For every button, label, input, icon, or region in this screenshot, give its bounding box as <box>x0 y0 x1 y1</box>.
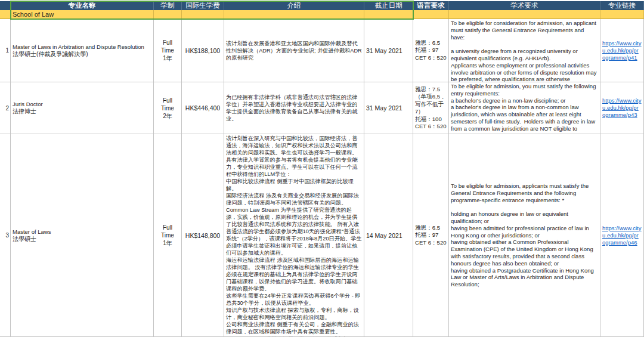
section-cell[interactable] <box>224 10 364 19</box>
row-number[interactable]: 3 <box>0 134 11 337</box>
program-name-en: Master of Laws in Arbitration and Disput… <box>13 44 151 51</box>
cell-deadline[interactable]: 14 May 2021 <box>364 134 413 337</box>
cell-program-name[interactable]: Juris Doctor 法律博士 <box>11 82 154 134</box>
cell-academic[interactable]: To be eligible for admission, applicants… <box>449 134 600 337</box>
col-header-program-name[interactable]: 专业名称 <box>11 1 154 10</box>
section-number-cell[interactable] <box>0 10 11 19</box>
table-row: 2 Juris Doctor 法律博士 Full Time 2年 HK$446,… <box>0 82 644 134</box>
section-cell[interactable] <box>600 10 644 19</box>
col-header-deadline[interactable]: 截止日期 <box>364 1 413 10</box>
cell-deadline[interactable]: 31 May 2021 <box>364 82 413 134</box>
col-header-link[interactable]: 专业链接 <box>600 1 644 10</box>
program-link[interactable]: https://www.cityu.edu.hk/pg/programme/p4… <box>602 225 642 246</box>
cell-intro[interactable]: 该计划旨在深入研究与中国和比较法，国际经济法，普通法，海洋运输法，知识产权和技术… <box>224 134 364 337</box>
col-header-intro[interactable]: 介绍 <box>224 1 364 10</box>
section-row: School of Law <box>0 10 644 19</box>
col-header-duration[interactable]: 学制 <box>154 1 182 10</box>
cell-link: https://www.cityu.edu.hk/pg/programme/p4… <box>600 134 644 337</box>
col-header-academic[interactable]: 学术要求 <box>449 1 600 10</box>
cell-tuition[interactable]: HK$188,100 <box>182 19 224 82</box>
row-number[interactable]: 2 <box>0 82 11 134</box>
cell-program-name[interactable]: Master of Laws in Arbitration and Disput… <box>11 19 154 82</box>
cell-tuition[interactable]: HK$148,800 <box>182 134 224 337</box>
section-cell[interactable] <box>154 10 182 19</box>
cell-duration[interactable]: Full Time 2年 <box>154 82 182 134</box>
col-header-tuition[interactable]: 国际生学费 <box>182 1 224 10</box>
cell-tuition[interactable]: HK$446,400 <box>182 82 224 134</box>
cell-program-name[interactable]: Master of Laws 法學碩士 <box>11 134 154 337</box>
cell-duration[interactable]: Full Time 1年 <box>154 19 182 82</box>
section-cell[interactable] <box>413 10 449 19</box>
cell-academic[interactable]: To be eligible for admission, you must s… <box>449 82 600 134</box>
program-name-en: Master of Laws <box>13 228 151 236</box>
table-header-row: 专业名称 学制 国际生学费 介绍 截止日期 语言要求 学术要求 专业链接 <box>0 1 644 10</box>
program-link[interactable]: https://www.cityu.edu.hk/pg/programme/p4… <box>602 97 642 119</box>
programs-table: 专业名称 学制 国际生学费 介绍 截止日期 语言要求 学术要求 专业链接 Sch… <box>0 0 644 337</box>
row-number-header-cell[interactable] <box>0 1 11 10</box>
cell-link: https://www.cityu.edu.hk/pg/programme/p4… <box>600 82 644 134</box>
section-cell[interactable] <box>364 10 413 19</box>
col-header-language[interactable]: 语言要求 <box>413 1 449 10</box>
program-name-zh: 法學碩士(仲裁及爭議解決學) <box>13 51 151 58</box>
cell-link: https://www.cityu.edu.hk/pg/programme/p4… <box>600 19 644 82</box>
cell-academic[interactable]: To be eligible for consideration for adm… <box>449 19 600 82</box>
cell-deadline[interactable]: 31 May 2021 <box>364 19 413 82</box>
table-row: 1 Master of Laws in Arbitration and Disp… <box>0 19 644 82</box>
program-link[interactable]: https://www.cityu.edu.hk/pg/programme/p4… <box>602 40 642 61</box>
cell-language[interactable]: 雅思：6.5 托福：97 CET 6：520 <box>413 134 449 337</box>
section-title[interactable]: School of Law <box>11 10 154 19</box>
cell-intro[interactable]: 该计划旨在发展香港和亚太地区国内和国际仲裁及替代性纠纷解决（ADR）方面的专业知… <box>224 19 364 82</box>
cell-duration[interactable]: Full Time 1年 <box>154 134 182 337</box>
table-row: 3 Master of Laws 法學碩士 Full Time 1年 HK$14… <box>0 134 644 337</box>
cell-intro[interactable]: 为已经拥有非法律学科（或非普通法司法管辖区的法律学位）并希望进入香港法律专业或想… <box>224 82 364 134</box>
section-cell[interactable] <box>449 10 600 19</box>
cell-language[interactable]: 雅思：7.5（单项6,5，写作不低于7） 托福：100 CET 6：520 <box>413 82 449 134</box>
program-name-en: Juris Doctor <box>13 101 151 108</box>
program-name-zh: 法律博士 <box>13 108 151 115</box>
program-name-zh: 法學碩士 <box>13 236 151 243</box>
section-cell[interactable] <box>182 10 224 19</box>
cell-language[interactable]: 雅思：6.5 托福：97 CET 6：520 <box>413 19 449 82</box>
row-number[interactable]: 1 <box>0 19 11 82</box>
